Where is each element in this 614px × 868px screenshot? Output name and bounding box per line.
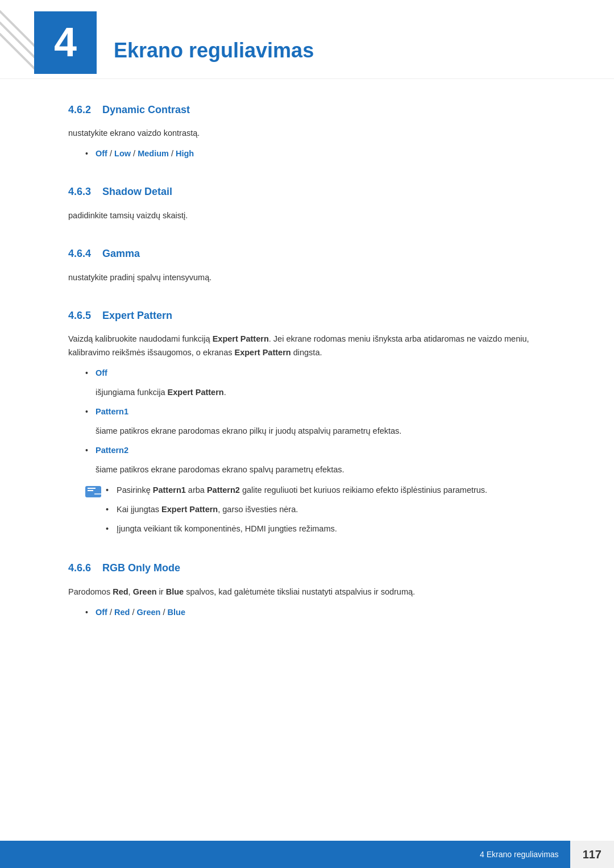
list-item: Off / Red / Green / Blue [85,606,546,620]
note-2-text: Kai įjungtas Expert Pattern, garso išves… [106,503,298,517]
section-heading-4-6-4: 4.6.4 Gamma [68,246,546,262]
svg-rect-4 [88,488,96,489]
chapter-number: 4 [34,11,97,74]
chapter-title: Ekrano reguliavimas [114,17,314,67]
list-item: Off [85,367,546,380]
section-4-6-3-body: padidinkite tamsių vaizdų skaistį. [68,209,546,223]
section-4-6-4: 4.6.4 Gamma nustatykite pradinį spalvų i… [68,246,546,285]
list-item: Off / Low / Medium / High [85,147,546,161]
section-heading-4-6-6: 4.6.6 RGB Only Mode [68,560,546,576]
note-2: Kai įjungtas Expert Pattern, garso išves… [85,503,546,518]
section-heading-4-6-3: 4.6.3 Shadow Detail [68,184,546,200]
section-4-6-2-bullets: Off / Low / Medium / High [85,147,546,161]
list-item: Pattern2 [85,444,546,458]
section-4-6-5-body: Vaizdą kalibruokite naudodami funkciją E… [68,333,546,360]
section-4-6-4-body: nustatykite pradinį spalvų intensyvumą. [68,271,546,285]
notes-section: Pasirinkę Pattern1 arba Pattern2 galite … [85,484,546,537]
section-4-6-5: 4.6.5 Expert Pattern Vaizdą kalibruokite… [68,308,546,537]
page-footer: 4 Ekrano reguliavimas 117 [0,841,614,868]
section-4-6-6-body: Parodomos Red, Green ir Blue spalvos, ka… [68,585,546,599]
section-4-6-2: 4.6.2 Dynamic Contrast nustatykite ekran… [68,102,546,161]
section-4-6-6-bullets: Off / Red / Green / Blue [85,606,546,620]
note-1-text: Pasirinkę Pattern1 arba Pattern2 galite … [106,484,487,497]
section-4-6-6: 4.6.6 RGB Only Mode Parodomos Red, Green… [68,560,546,620]
pattern1-bullet: Pattern1 [85,405,546,419]
section-4-6-5-bullets: Off [85,367,546,380]
footer-page-number: 117 [570,841,614,868]
pattern2-description: šiame patikros ekrane parodomas ekrano s… [96,463,546,477]
footer-chapter-ref: 4 Ekrano reguliavimas [480,848,570,861]
header-decoration [0,0,34,74]
pattern2-bullet: Pattern2 [85,444,546,458]
list-item: Pattern1 [85,405,546,419]
section-4-6-2-body: nustatykite ekrano vaizdo kontrastą. [68,127,546,140]
note-3: Įjungta veikiant tik komponentinės, HDMI… [85,522,546,537]
tip-icon [85,485,102,499]
page-content: 4.6.2 Dynamic Contrast nustatykite ekran… [0,102,614,671]
section-heading-4-6-2: 4.6.2 Dynamic Contrast [68,102,546,118]
section-heading-4-6-5: 4.6.5 Expert Pattern [68,308,546,324]
pattern1-description: šiame patikros ekrane parodomas ekrano p… [96,425,546,438]
off-description: išjungiama funkcija Expert Pattern. [96,386,546,400]
svg-rect-5 [88,490,93,491]
note-1: Pasirinkę Pattern1 arba Pattern2 galite … [85,484,546,499]
page-header: 4 Ekrano reguliavimas [0,0,614,79]
note-3-text: Įjungta veikiant tik komponentinės, HDMI… [106,522,337,536]
section-4-6-3: 4.6.3 Shadow Detail padidinkite tamsių v… [68,184,546,223]
